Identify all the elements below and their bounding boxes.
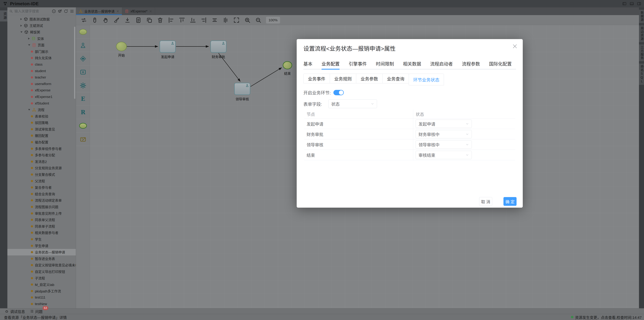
editor-tab[interactable]: 业务状态—报销申请 [76,8,122,15]
expand-arrow-icon[interactable] [20,25,22,27]
strip-tab-三方服务[interactable]: 三方服务 [639,44,644,61]
tree-item[interactable]: 自定义导出打印按钮 [8,268,76,275]
dialog-tab[interactable]: 时间限制 [376,60,394,67]
tree-item[interactable]: 驳回策略 [8,120,76,126]
tool-zoom-out-icon[interactable] [255,17,262,23]
flow-node-end[interactable] [283,61,292,69]
tree-item[interactable]: pkidpath多工作流 [8,288,76,294]
resource-change-notice[interactable]: 资源发生变更，点击查看,检查时间:14:47 [571,314,642,320]
tree-item[interactable]: 同表单父流程 [8,216,76,223]
palette-letter-r[interactable]: R [76,106,90,119]
dialog-subtab[interactable]: 业务查询 [382,74,409,83]
flow-node-task[interactable] [210,40,226,53]
panel-bottom-icon[interactable] [630,2,634,6]
tree-item[interactable]: 撤回配置 [8,132,76,139]
tree-item[interactable]: student [8,68,76,74]
tree-item[interactable]: 相关数据参与者 [8,230,76,236]
zoom-level[interactable]: 100% [266,17,280,24]
tree-item[interactable]: xfExpense1 [8,94,76,100]
tool-align-top-icon[interactable] [179,17,185,23]
tool-mouse-icon[interactable] [92,17,98,23]
collapse-arrow-icon[interactable] [28,44,30,46]
palette-decision[interactable] [76,52,90,66]
palette-letter-e[interactable]: E [76,92,90,106]
tree-item[interactable]: 流程活动绑定表单 [8,197,76,204]
tree-item[interactable]: M_自定义tab [8,281,76,288]
dialog-tab[interactable]: 基本 [304,60,312,67]
editor-tab[interactable]: xfExpense* [122,8,155,15]
tool-align-right-icon[interactable] [200,17,207,23]
tree-item[interactable]: 实体 [8,36,76,42]
strip-tab-命名SQL[interactable]: 命名SQL [639,64,644,85]
tree-item[interactable]: 同表单子流程 [8,223,76,230]
tree-item[interactable]: 暂存进业务表 [8,256,76,262]
tree-item[interactable]: 稀饭粥 [8,29,76,36]
palette-gear[interactable] [76,79,90,92]
strip-tab-resources[interactable]: 资源 [0,10,8,22]
status-select[interactable]: 审核结束 [416,151,472,159]
dialog-subtab[interactable]: 业务参数 [356,74,382,83]
tool-align-left-icon[interactable] [168,17,174,23]
collapse-arrow-icon[interactable] [28,109,30,110]
tree-item[interactable]: 多参与者分配 [8,152,76,158]
tool-align-v-icon[interactable] [222,17,229,23]
tree-item[interactable]: test111 [8,294,76,301]
form-field-select[interactable]: 状态 [328,100,377,108]
tool-doc-icon[interactable] [135,17,142,23]
cancel-button[interactable]: 取 消 [479,197,492,206]
tree-item[interactable]: 复合参与者 [8,184,76,191]
tree-item[interactable]: 分支规则业务资源 [8,165,76,172]
tree-item[interactable]: 父流程 [8,178,76,184]
expand-arrow-icon[interactable] [28,38,30,40]
tree-item[interactable]: 多表单组件参与者 [8,146,76,152]
tree-item[interactable]: 学生申请 [8,242,76,249]
close-icon[interactable] [512,44,518,49]
tool-zoom-in-icon[interactable] [244,17,250,23]
tree-item[interactable]: 学生 [8,236,76,242]
search-input[interactable] [14,9,50,13]
tool-fit-icon[interactable] [233,17,240,23]
collapse-arrow-icon[interactable] [20,31,22,33]
dialog-tab[interactable]: 国际化配置 [489,60,512,67]
dialog-subtab[interactable]: 业务规则 [330,74,356,83]
tree-item[interactable]: 自定义按钮审批意见必填未校验 [8,262,76,268]
tool-copy-icon[interactable] [146,17,152,23]
expand-arrow-icon[interactable] [20,18,22,20]
tree-item[interactable]: class [8,61,76,68]
palette-subprocess[interactable] [76,66,90,79]
status-select[interactable]: 领导审核中 [416,140,472,149]
dialog-tab[interactable]: 流程启动者 [430,60,453,67]
business-stage-toggle[interactable] [334,90,344,95]
dialog-tab[interactable]: 业务配置 [322,60,340,67]
status-select[interactable]: 发起申请 [416,120,472,128]
tree-item[interactable]: 流程 [8,106,76,113]
menu-icon[interactable] [70,9,74,14]
tree-item[interactable]: 分支聚合模式 [8,171,76,178]
tree-item[interactable]: xfStudent [8,100,76,107]
dialog-subtab[interactable]: 环节业务状态 [409,74,444,85]
dialog-tab[interactable]: 引擎事件 [349,60,367,67]
new-module-icon[interactable] [58,9,62,14]
tree-item[interactable]: 部门展示 [8,48,76,55]
tree-item[interactable]: 流程图展示问题 [8,204,76,210]
tree-item[interactable]: 子流程 [8,275,76,282]
debug-info-tab[interactable]: 调试信息 [5,308,25,314]
tool-align-h-icon[interactable] [212,17,218,23]
tool-trash-icon[interactable] [157,17,163,23]
tree-item[interactable]: 业务状态—报销申请 [8,249,76,256]
refresh-icon[interactable] [64,9,68,14]
strip-tab-数据源[interactable]: 数据源 [639,10,644,23]
tree-item[interactable]: 图表测试数据 [8,16,76,22]
tree-item[interactable]: 结合业务查询 [8,191,76,197]
tree-item[interactable]: 催办配置 [8,139,76,146]
palette-person[interactable] [76,38,90,52]
tool-hand-icon[interactable] [102,17,109,23]
tree-item[interactable]: 发消息2 [8,158,76,165]
tree-item[interactable]: 持久化实体 [8,55,76,62]
close-tab-icon[interactable] [116,10,119,13]
tree-item[interactable]: xfExpense [8,87,76,94]
flow-node-task[interactable] [160,40,176,53]
flow-node-start[interactable] [116,42,127,51]
ok-button[interactable]: 确 定 [504,197,516,206]
tree-item[interactable]: userwlform [8,81,76,87]
